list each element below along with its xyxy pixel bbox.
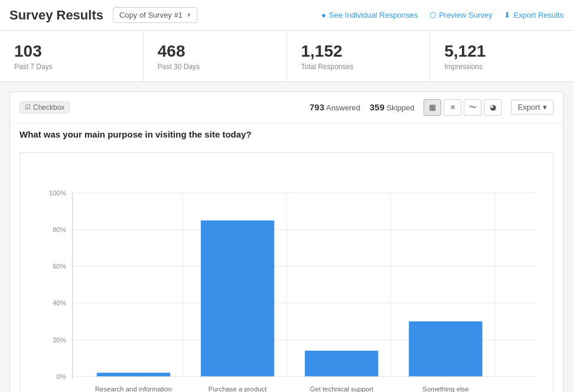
stats-row: 103 Past 7 Days 468 Past 30 Days 1,152 T…: [0, 31, 573, 82]
chart-area: 100% 80% 60% 40% 20% 0% Research and inf…: [10, 148, 563, 392]
line-chart-button[interactable]: 〜: [464, 99, 481, 116]
question-header: ☑ Checkbox 793 Answered 359 Skipped ▦ ≡ …: [10, 92, 563, 123]
stat-impressions-label: Impressions: [444, 63, 559, 71]
bar-research: [97, 373, 170, 376]
stat-impressions-number: 5,121: [444, 41, 559, 61]
bar-chart-button[interactable]: ▦: [424, 99, 441, 116]
pie-chart-icon: ◕: [490, 103, 496, 112]
bar-support: [305, 351, 378, 377]
stat-total-label: Total Responses: [301, 63, 416, 71]
svg-text:Purchase a product: Purchase a product: [209, 386, 267, 392]
chevron-down-icon: ▾: [187, 11, 191, 19]
export-results-link[interactable]: ⬇ Export Results: [504, 11, 564, 19]
bar-purchase: [201, 220, 274, 376]
line-chart-icon: 〜: [469, 102, 477, 113]
stat-7days-number: 103: [14, 41, 129, 61]
question-text: What was your main purpose in visiting t…: [10, 123, 563, 148]
svg-text:Research and information: Research and information: [95, 386, 172, 392]
page-title: Survey Results: [9, 8, 103, 23]
chart-container: 100% 80% 60% 40% 20% 0% Research and inf…: [19, 152, 554, 392]
stat-total-number: 1,152: [301, 41, 416, 61]
export-icon: ⬇: [504, 11, 510, 19]
stat-30days-label: Past 30 Days: [158, 63, 272, 71]
eye-icon: ●: [321, 11, 326, 19]
svg-text:Something else: Something else: [422, 386, 468, 392]
bar-other: [409, 321, 482, 376]
svg-text:0%: 0%: [57, 373, 66, 380]
question-block: ☑ Checkbox 793 Answered 359 Skipped ▦ ≡ …: [9, 92, 564, 392]
svg-text:Get technical support: Get technical support: [310, 386, 373, 392]
header-actions: ● See Individual Responses ⬡ Preview Sur…: [321, 11, 564, 19]
svg-text:100%: 100%: [49, 190, 66, 197]
svg-text:20%: 20%: [53, 336, 66, 343]
stat-30days-number: 468: [158, 41, 272, 61]
preview-icon: ⬡: [429, 11, 436, 19]
answered-stat: 793 Answered: [310, 102, 360, 112]
survey-name: Copy of Survey #1: [119, 11, 183, 19]
list-view-button[interactable]: ≡: [444, 99, 461, 116]
stat-7days-label: Past 7 Days: [14, 63, 129, 71]
individual-responses-link[interactable]: ● See Individual Responses: [321, 11, 418, 19]
svg-text:80%: 80%: [53, 226, 66, 233]
export-button[interactable]: Export ▾: [511, 100, 554, 115]
skipped-stat: 359 Skipped: [370, 102, 415, 112]
question-stats: 793 Answered 359 Skipped ▦ ≡ 〜 ◕: [310, 99, 554, 116]
survey-selector[interactable]: Copy of Survey #1 ▾: [113, 7, 197, 23]
bar-chart-icon: ▦: [429, 103, 436, 112]
export-chevron-icon: ▾: [543, 103, 547, 112]
stat-total-responses: 1,152 Total Responses: [287, 31, 431, 81]
svg-text:40%: 40%: [53, 299, 66, 306]
svg-text:60%: 60%: [53, 263, 66, 270]
stat-7days: 103 Past 7 Days: [0, 31, 144, 81]
header: Survey Results Copy of Survey #1 ▾ ● See…: [0, 0, 573, 31]
checkbox-icon: ☑: [25, 103, 31, 111]
question-type-badge: ☑ Checkbox: [19, 102, 70, 113]
preview-survey-link[interactable]: ⬡ Preview Survey: [429, 11, 492, 19]
stat-impressions: 5,121 Impressions: [430, 31, 573, 81]
stat-30days: 468 Past 30 Days: [144, 31, 287, 81]
chart-controls: ▦ ≡ 〜 ◕: [424, 99, 502, 116]
bar-chart-svg: 100% 80% 60% 40% 20% 0% Research and inf…: [30, 162, 543, 392]
list-icon: ≡: [451, 103, 455, 112]
pie-chart-button[interactable]: ◕: [484, 99, 502, 116]
